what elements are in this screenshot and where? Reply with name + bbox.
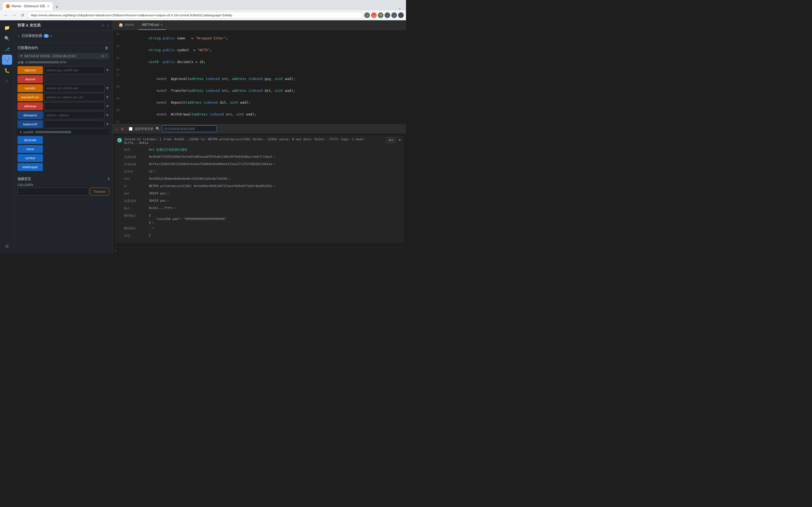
to-copy-icon[interactable]: ⧉ xyxy=(273,184,275,188)
bottom-chevron-down[interactable]: ⌄ xyxy=(115,126,118,131)
trash-icon-btn[interactable]: 🗑 xyxy=(104,45,109,51)
new-tab-btn[interactable]: + xyxy=(53,4,61,10)
tab-file[interactable]: WETH9.sol × xyxy=(139,20,166,30)
info-icon[interactable]: ℹ xyxy=(50,34,52,38)
from-copy-icon[interactable]: ⧉ xyxy=(229,177,231,180)
name-btn[interactable]: name xyxy=(17,145,43,153)
sidebar-icon-search[interactable]: 🔍 xyxy=(2,33,12,43)
editor-tabs: 🏠 Home WETH9.sol × xyxy=(113,20,406,30)
code-line-27: 27 event Approval(address indexed src, a… xyxy=(113,73,406,85)
decimals-btn[interactable]: decimals xyxy=(17,136,43,144)
transferfrom-btn[interactable]: transferFrom xyxy=(17,93,43,101)
address-bar[interactable]: https://remix.ethereum.org/#lang=zh&opti… xyxy=(27,12,363,18)
detail-gas-row: gas 36039 gas ⧉ xyxy=(124,191,402,197)
search-input[interactable] xyxy=(164,127,215,130)
back-btn[interactable]: ← xyxy=(2,12,10,18)
transferfrom-chevron[interactable]: ▼ xyxy=(106,95,109,99)
code-line-30: 30 event Withdrawal(address indexed src,… xyxy=(113,108,406,120)
deposit-row: deposit xyxy=(17,75,109,83)
transfer-btn[interactable]: transfer xyxy=(17,84,43,92)
totalsupply-btn[interactable]: totalSupply xyxy=(17,163,43,171)
transfer-chevron[interactable]: ▼ xyxy=(106,86,109,90)
fox-icon[interactable]: 🦊 xyxy=(371,12,377,18)
transfer-input[interactable] xyxy=(44,84,105,92)
reload-btn[interactable]: ↺ xyxy=(19,12,26,18)
symbol-btn[interactable]: symbol xyxy=(17,154,43,162)
sidebar-icon-file[interactable]: 📁 xyxy=(2,22,12,33)
forward-btn[interactable]: → xyxy=(11,12,18,18)
tab-overflow-btn[interactable]: ⌄ xyxy=(396,6,404,10)
balanceof-input[interactable]: 0x4265A138a6E4bd6E0E46c xyxy=(44,120,105,128)
gas-label: gas xyxy=(124,191,147,195)
allowance-row: allowance ▼ xyxy=(17,111,109,119)
approve-btn[interactable]: approve xyxy=(17,66,43,74)
menu-icon[interactable]: ⋮ xyxy=(398,12,404,18)
txcost-copy-icon[interactable]: ⧉ xyxy=(167,199,169,203)
withdraw-btn[interactable]: withdraw xyxy=(17,102,43,110)
transferfrom-row: transferFrom ▼ xyxy=(17,93,109,101)
blockhash-copy-icon[interactable]: ⧉ xyxy=(273,163,275,166)
transferfrom-input[interactable] xyxy=(44,93,105,101)
tab-close-btn[interactable]: × xyxy=(47,4,49,8)
bottom-stop-icon[interactable]: ⊘ xyxy=(121,126,124,131)
sidebar-icon-debug[interactable]: 🐛 xyxy=(2,65,12,75)
monitor-label[interactable]: 监听所有交易 xyxy=(135,127,153,131)
profile-icon[interactable]: 👤 xyxy=(391,12,397,18)
contract-item[interactable]: ▼ WETH9 AT 0XFEE...5201B (BLOCKC ⧉ × xyxy=(17,53,109,59)
withdraw-input[interactable]: 999999999999999999996 xyxy=(44,102,105,110)
panel-header: 部署 & 发交易 ✓ › xyxy=(14,20,112,31)
approve-input[interactable] xyxy=(44,66,105,74)
check-icon-btn[interactable]: ✓ xyxy=(101,22,105,28)
url-text: https://remix.ethereum.org/#lang=zh&opti… xyxy=(31,13,359,17)
tab-title: Remix - Ethereum IDE xyxy=(11,4,45,8)
balanceof-btn[interactable]: balanceOf xyxy=(17,120,43,128)
tx-expand-icon[interactable]: ▲ xyxy=(398,137,402,142)
deployed-contracts-title: 已部署的合约 xyxy=(17,46,38,50)
decoded-input-copy-icon[interactable]: ⧉ xyxy=(152,221,154,224)
sidebar-icon-settings[interactable]: ⚙ xyxy=(2,241,12,251)
allowance-btn[interactable]: allowance xyxy=(17,111,43,119)
tx-detail: 状态 0x1 交易已打包且执行成功 交易哈希 0x45a07119252b866… xyxy=(115,147,404,243)
code-editor[interactable]: 23 string public name = "Wrapped Ether";… xyxy=(113,30,406,124)
debug-btn[interactable]: 调试 xyxy=(386,137,396,143)
contract-close-icon[interactable]: × xyxy=(105,54,107,58)
sidebar-icon-deploy[interactable]: 🚀 xyxy=(2,55,12,65)
contract-copy-icon[interactable]: ⧉ xyxy=(101,54,104,58)
recorded-tx-expand[interactable]: › xyxy=(17,33,20,39)
sidebar-icon-git[interactable]: ⎇ xyxy=(2,44,12,54)
low-level-title: 低级交互 ℹ xyxy=(17,177,109,181)
low-level-info[interactable]: ℹ xyxy=(108,177,109,181)
totalsupply-row: totalSupply xyxy=(17,163,109,171)
file-tab-close[interactable]: × xyxy=(161,23,163,27)
contract-chevron[interactable]: ▼ xyxy=(20,54,23,58)
blocknum-copy-icon[interactable]: ⧉ xyxy=(154,170,156,173)
monitor-checkbox[interactable] xyxy=(129,127,133,131)
gas-value: 36039 gas ⧉ xyxy=(149,191,402,195)
approve-row: approve ▼ xyxy=(17,66,109,74)
bookmark-icon[interactable]: ☆ xyxy=(364,12,370,18)
puzzle-icon[interactable]: 🧩 xyxy=(378,12,384,18)
withdraw-chevron[interactable]: ▼ xyxy=(106,104,109,108)
approve-chevron[interactable]: ▼ xyxy=(106,68,109,72)
code-line-24: 24 string public symbol = "WETH"; xyxy=(113,44,406,56)
deposit-btn[interactable]: deposit xyxy=(17,75,43,83)
txhash-copy-icon[interactable]: ⧉ xyxy=(273,155,275,159)
tx-log[interactable]: ✓ [block:12 txIndex:-] from: 0x426...2d3… xyxy=(113,133,406,247)
transact-btn[interactable]: Transact xyxy=(90,187,109,195)
main-area: 📁 🔍 ⎇ 🚀 🐛 ✓ ⚙ 部署 & 发交易 ✓ › › 已记录的交易 2 ℹ xyxy=(0,20,406,253)
decoded-output-copy-icon[interactable]: ⧉ xyxy=(152,226,154,230)
expand-icon-btn[interactable]: › xyxy=(107,22,109,28)
allowance-input[interactable] xyxy=(44,111,105,119)
decoded-input-label: 解码输入 xyxy=(124,214,147,218)
input-copy-icon[interactable]: ⧉ xyxy=(174,207,176,210)
sidebar-icon-test[interactable]: ✓ xyxy=(2,76,12,86)
allowance-chevron[interactable]: ▼ xyxy=(106,113,109,117)
gas-copy-icon[interactable]: ⧉ xyxy=(167,192,169,195)
balanceof-row: balanceOf 0x4265A138a6E4bd6E0E46c ▼ xyxy=(17,120,109,128)
nav-right: ☆ 🦊 🧩 ↓ 👤 ⋮ xyxy=(364,12,404,18)
tab-home[interactable]: 🏠 Home xyxy=(115,20,137,30)
calldata-input[interactable] xyxy=(17,187,89,195)
active-tab[interactable]: Remix - Ethereum IDE × xyxy=(2,2,53,10)
download-icon[interactable]: ↓ xyxy=(385,12,390,18)
balanceof-chevron[interactable]: ▼ xyxy=(106,122,109,126)
